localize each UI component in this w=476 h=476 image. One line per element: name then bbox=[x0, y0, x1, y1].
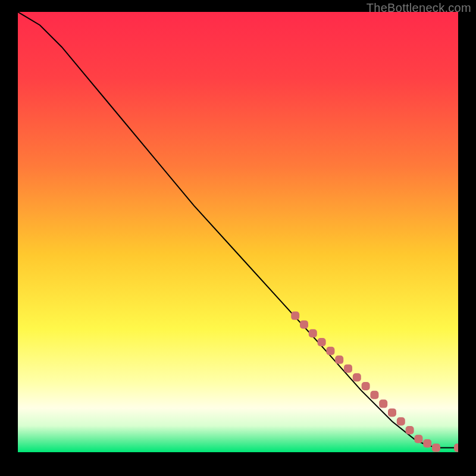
marker-point bbox=[335, 356, 343, 364]
marker-point bbox=[353, 373, 361, 381]
marker-point bbox=[379, 400, 387, 408]
chart-stage: TheBottleneck.com bbox=[0, 0, 476, 476]
marker-point bbox=[300, 320, 308, 328]
marker-point bbox=[388, 408, 396, 416]
marker-point bbox=[414, 435, 422, 443]
chart-svg bbox=[18, 12, 458, 452]
marker-point bbox=[406, 426, 414, 434]
marker-point bbox=[291, 312, 299, 320]
watermark-text: TheBottleneck.com bbox=[367, 1, 471, 15]
chart-plot bbox=[18, 12, 458, 452]
marker-point bbox=[309, 329, 317, 337]
marker-point bbox=[326, 347, 334, 355]
marker-point bbox=[370, 391, 378, 399]
marker-point bbox=[432, 444, 440, 452]
chart-background bbox=[18, 12, 458, 452]
marker-point bbox=[318, 338, 326, 346]
marker-point bbox=[397, 417, 405, 425]
marker-point bbox=[423, 439, 431, 447]
marker-point bbox=[344, 364, 352, 372]
marker-point bbox=[454, 444, 458, 452]
marker-point bbox=[362, 382, 370, 390]
